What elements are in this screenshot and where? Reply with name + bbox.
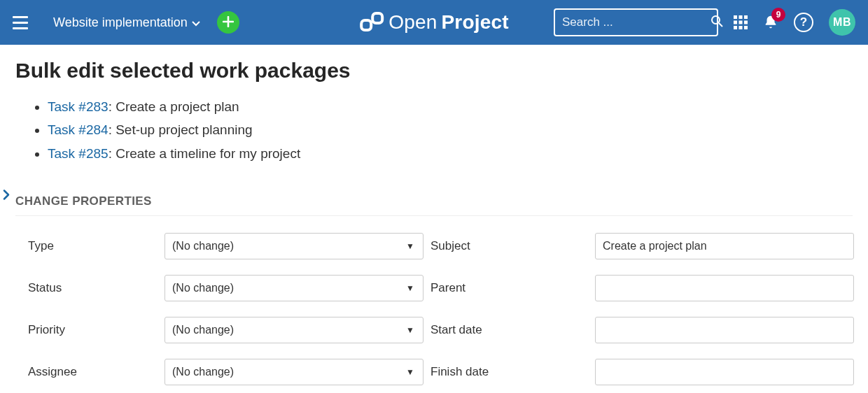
work-package-list: Task #283: Create a project plan Task #2…: [15, 95, 853, 165]
status-select[interactable]: (No change) ▼: [164, 275, 424, 301]
project-name: Website implementation: [53, 15, 188, 30]
svg-rect-4: [734, 15, 737, 19]
svg-rect-0: [361, 20, 371, 30]
finish-date-input[interactable]: [595, 359, 854, 385]
svg-rect-11: [739, 26, 743, 29]
subject-input[interactable]: [595, 233, 854, 259]
assignee-select[interactable]: (No change) ▼: [164, 359, 424, 385]
topbar-right: 9 ? MB: [554, 8, 855, 36]
type-select[interactable]: (No change) ▼: [164, 233, 424, 259]
assignee-value: (No change): [172, 366, 234, 378]
svg-rect-1: [372, 13, 382, 23]
chevron-down-icon: ▼: [406, 325, 414, 335]
list-item: Task #284: Set-up project planning: [48, 118, 853, 141]
chevron-down-icon: ▼: [406, 283, 414, 293]
start-date-label: Start date: [430, 323, 588, 337]
svg-point-2: [712, 16, 720, 24]
type-label: Type: [28, 239, 158, 253]
apps-grid-icon[interactable]: [734, 15, 748, 29]
work-package-desc: Create a project plan: [115, 99, 239, 114]
start-date-input[interactable]: [595, 317, 854, 343]
assignee-label: Assignee: [28, 365, 158, 379]
help-icon[interactable]: ?: [794, 13, 813, 32]
work-package-desc: Set-up project planning: [115, 122, 252, 137]
svg-rect-6: [744, 15, 748, 19]
avatar-initials: MB: [833, 16, 851, 29]
user-avatar[interactable]: MB: [829, 9, 855, 36]
notifications-bell-icon[interactable]: 9: [763, 15, 778, 30]
brand-text-thin: Open: [388, 11, 437, 34]
properties-form: Type (No change) ▼ Subject Status (No ch…: [15, 233, 853, 385]
add-button[interactable]: [217, 11, 239, 34]
top-bar: Website implementation OpenProject: [0, 0, 868, 45]
svg-rect-10: [734, 26, 737, 29]
caret-down-icon: [192, 15, 200, 30]
svg-rect-12: [744, 26, 748, 29]
work-package-link[interactable]: Task #285: [48, 146, 108, 161]
work-package-link[interactable]: Task #284: [48, 122, 108, 137]
type-value: (No change): [172, 240, 234, 252]
section-title: Change properties: [15, 194, 853, 216]
work-package-link[interactable]: Task #283: [48, 99, 108, 114]
sidebar-expand-handle[interactable]: [0, 187, 13, 207]
svg-line-3: [719, 23, 722, 27]
work-package-desc: Create a timeline for my project: [115, 146, 300, 161]
brand-text-bold: Project: [441, 11, 508, 34]
chevron-down-icon: ▼: [406, 367, 414, 377]
status-label: Status: [28, 281, 158, 295]
notification-badge: 9: [771, 8, 785, 22]
list-item: Task #283: Create a project plan: [48, 95, 853, 118]
plus-icon: [223, 13, 234, 31]
search-box[interactable]: [554, 8, 718, 36]
list-item: Task #285: Create a timeline for my proj…: [48, 142, 853, 165]
search-input[interactable]: [562, 15, 710, 29]
svg-rect-5: [739, 15, 743, 19]
hamburger-menu-icon[interactable]: [13, 12, 34, 33]
chevron-down-icon: ▼: [406, 241, 414, 251]
finish-date-label: Finish date: [430, 365, 588, 379]
parent-label: Parent: [430, 281, 588, 295]
svg-rect-7: [734, 21, 737, 24]
project-selector[interactable]: Website implementation: [53, 15, 200, 30]
svg-rect-9: [744, 21, 748, 24]
page-title: Bulk edit selected work packages: [15, 59, 853, 83]
brand-logo[interactable]: OpenProject: [359, 10, 509, 35]
parent-input[interactable]: [595, 275, 854, 301]
subject-label: Subject: [430, 239, 588, 253]
status-value: (No change): [172, 282, 234, 294]
priority-value: (No change): [172, 324, 234, 336]
openproject-logo-icon: [359, 10, 384, 35]
priority-select[interactable]: (No change) ▼: [164, 317, 424, 343]
search-icon[interactable]: [710, 15, 723, 30]
main-content: Bulk edit selected work packages Task #2…: [0, 45, 868, 385]
priority-label: Priority: [28, 323, 158, 337]
svg-rect-8: [739, 21, 743, 24]
